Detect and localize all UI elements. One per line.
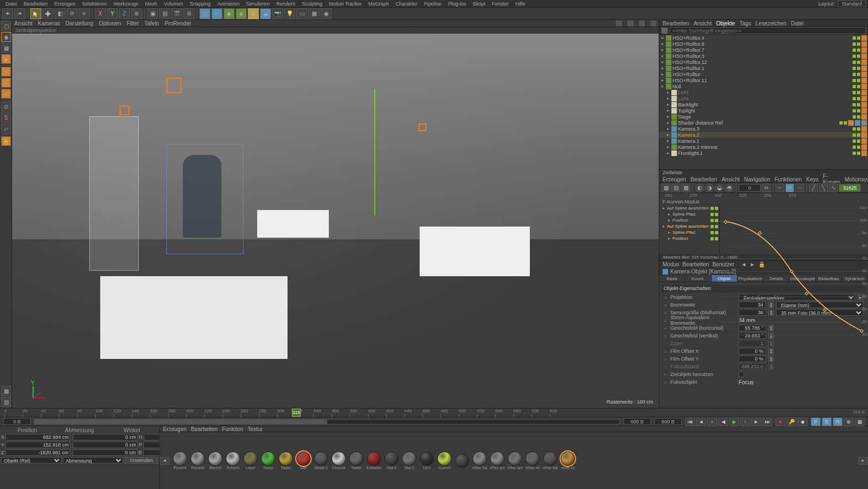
tl-frame-input[interactable] [739,184,761,192]
material-item[interactable]: Pulverb [189,452,206,470]
attr-subtab-koord.[interactable]: Koord. [685,275,711,282]
tree-item[interactable]: ▸HSO+Rolltor.8 [659,41,868,47]
tree-item[interactable]: ▸Toplight [659,108,868,114]
tl-frame-display[interactable] [839,184,861,192]
poly-mode-button[interactable]: ▱ [1,89,11,99]
vp-menu-prorender[interactable]: ProRender [165,20,191,26]
tree-item[interactable]: ▸Kamera.2 [659,132,868,138]
menu-snapping[interactable]: Snapping [187,1,214,7]
material-item[interactable]: xRay bla [471,452,488,470]
tl-mode3[interactable]: ⋯ [795,184,804,192]
keyframe-sel-button[interactable]: ◆ [798,417,807,426]
tl-nav2[interactable]: ◑ [705,184,714,192]
scale-key-button[interactable]: S [822,417,832,426]
range-out-input[interactable] [654,418,682,425]
tl-menu-4[interactable]: Funktionen [774,176,801,182]
tree-item[interactable]: ▸Licht [659,95,868,101]
viewport[interactable]: Y Rasterweite : 100 cm [12,34,659,408]
material-item[interactable]: Taster [260,452,276,470]
model-mode-button[interactable]: ◉ [1,32,11,42]
coord-pos[interactable] [6,449,70,456]
tree-item[interactable]: ▸HSO+Rolltor.11 [659,77,868,83]
attr-input[interactable] [739,340,766,347]
mat-menu-funktion[interactable]: Funktion [222,426,243,432]
tl-tree-item[interactable]: ▸Auf Spline ausrichten [659,223,719,229]
objpanel-tab-tags[interactable]: Tags [740,20,751,26]
edge-mode-button[interactable]: ╱ [1,78,11,88]
locked-button[interactable]: 🔒 [1,136,11,146]
coord-dim[interactable] [73,442,138,448]
move-tool[interactable] [42,8,53,19]
spline-button[interactable]: 〰 [211,8,223,19]
tl-menu-3[interactable]: Navigation [744,176,770,182]
object-tree[interactable]: ▸HSO+Rolltor.4▸HSO+Rolltor.8▸HSO+Rolltor… [659,35,868,169]
mat-scroll-right[interactable]: ► [858,457,868,465]
tree-item[interactable]: ▸HSO+Rolltor.3 [659,53,868,59]
play-back-button[interactable]: ◀ [718,417,728,426]
environment-button[interactable]: ☁ [260,8,271,19]
material-item[interactable]: Taster [278,452,294,470]
tree-item[interactable]: ▸HSO+Rolltor.12 [659,59,868,65]
menu-motion tracker[interactable]: Motion Tracker [326,1,365,7]
material-item[interactable] [454,454,470,468]
tl-btn2[interactable]: ▨ [671,184,680,192]
tree-item[interactable]: ▸Kamera.1 [659,138,868,144]
tree-item[interactable]: ▸Backlight [659,101,868,108]
attr-subtab-basis[interactable]: Basis [659,275,685,282]
mat-menu-bearbeiten[interactable]: Bearbeiten [191,426,218,432]
prev-frame-button[interactable]: ‹ [707,417,717,426]
tl-tree-item[interactable]: ▸Auf Spline ausrichten [659,205,719,211]
tl-tree-item[interactable]: ▸Spline-Pfad [659,229,719,235]
material-item[interactable]: Laser [242,452,259,470]
param-key-button[interactable]: ⊕ [844,417,854,426]
material-item[interactable]: Mat.3 [383,452,400,470]
next-frame-button[interactable]: › [740,417,750,426]
render-region-button[interactable]: ▤ [159,8,170,19]
tl-mode1[interactable]: ─ [775,184,784,192]
attr-input[interactable] [739,348,766,354]
tree-item[interactable]: ▸Kamera.3 [659,126,868,132]
material-item[interactable]: Mat.3 [401,452,417,470]
y-axis-lock[interactable]: Y [107,8,118,19]
playhead[interactable]: 315 [292,409,301,417]
rot-key-button[interactable]: R [833,417,843,426]
primitive-cube-button[interactable]: ◇ [199,8,210,19]
tl-tree-item[interactable]: ▸Position [659,235,719,241]
render-picture-button[interactable]: 🎬 [171,8,182,19]
undo-button[interactable] [2,8,13,19]
tree-item[interactable]: ▸HSO+Rolltor.7 [659,47,868,53]
attr-tab-1[interactable]: Bearbeiten [682,261,709,267]
coord-dim-select[interactable]: Abmessung [63,457,123,464]
render-settings-button[interactable]: ⚙ [183,8,194,19]
menu-charakter[interactable]: Charakter [392,1,421,7]
vp-menu-ansicht[interactable]: Ansicht [14,20,32,26]
vp-menu-kameras[interactable]: Kameras [38,20,60,26]
autokey-button[interactable]: 🔑 [786,417,796,426]
tl-menu-1[interactable]: Bearbeiten [691,176,717,182]
tl-nav3[interactable]: ◒ [715,184,724,192]
z-axis-lock[interactable]: Z [119,8,130,19]
generator-button[interactable]: ◆ [224,8,235,19]
menu-bearbeiten[interactable]: Bearbeiten [20,1,51,7]
tl-btn3[interactable]: ▩ [681,184,690,192]
attr-checkbox[interactable] [739,372,744,377]
vp-icon-3[interactable] [650,20,657,26]
tree-item[interactable]: ▸Licht [659,89,868,95]
menu-sculpting[interactable]: Sculpting [299,1,326,7]
menu-erzeugen[interactable]: Erzeugen [51,1,79,7]
tl-menu-0[interactable]: Erzeugen [663,176,686,182]
tl-menu-7[interactable]: Motionsystem [845,176,868,182]
menu-simulieren[interactable]: Simulieren [243,1,273,7]
field-button[interactable]: ◉ [321,8,332,19]
objpanel-tab-objekte[interactable]: Objekte [716,20,735,26]
layout-select[interactable]: Standard [838,1,866,7]
viewport-solo-button[interactable]: ▦ [1,386,11,396]
coord-apply-button[interactable]: Anwenden [124,457,158,464]
material-item[interactable]: xRay gre [489,452,506,470]
vp-menu-tafeln[interactable]: Tafeln [144,20,159,26]
menu-volumen[interactable]: Volumen [161,1,187,7]
goto-start-button[interactable]: ⏮ [685,417,695,426]
object-search-input[interactable] [670,27,866,34]
menu-hilfe[interactable]: Hilfe [512,1,529,7]
tl-link[interactable]: ⇔ [762,184,771,192]
